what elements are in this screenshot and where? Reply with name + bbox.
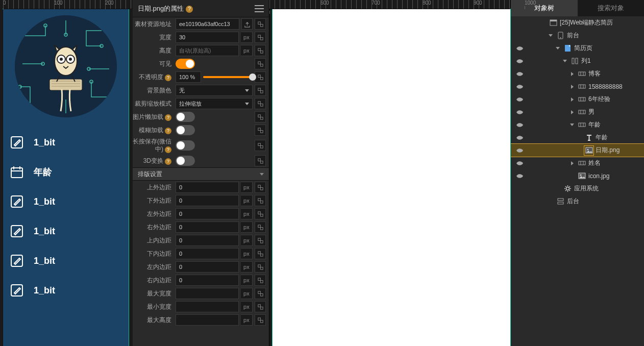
tree-node[interactable]: [25]Web端静态简历 (511, 16, 644, 29)
ref-button[interactable] (255, 111, 266, 122)
preview-row[interactable]: 年龄 (3, 157, 129, 187)
visibility-icon[interactable] (511, 83, 528, 90)
help-icon[interactable]: ? (165, 75, 171, 81)
visibility-icon[interactable] (511, 95, 528, 103)
unit-selector[interactable]: px (241, 301, 253, 312)
lazy-toggle[interactable] (176, 112, 195, 122)
ref-button[interactable] (255, 301, 266, 312)
tab-search-object[interactable]: 搜索对象 (578, 0, 645, 16)
tree-node[interactable]: icon.jpg (511, 169, 644, 182)
visibility-icon[interactable] (511, 44, 528, 52)
unit-selector[interactable]: px (241, 261, 253, 273)
white-page[interactable] (273, 9, 510, 346)
expand-arrow-icon[interactable] (569, 97, 575, 102)
visibility-icon[interactable] (511, 70, 528, 78)
tree-node[interactable]: 姓名 (511, 157, 644, 169)
tree-node[interactable]: 年龄 (511, 118, 644, 131)
unit-selector[interactable]: px (241, 195, 253, 206)
help-icon[interactable]: ? (165, 146, 171, 153)
layout-input[interactable] (176, 195, 239, 206)
visibility-icon[interactable] (511, 146, 528, 154)
expand-arrow-icon[interactable] (555, 47, 561, 50)
preview-row[interactable]: 1_bit (3, 276, 129, 305)
tree-node[interactable]: 男 (511, 106, 644, 118)
opacity-input[interactable] (176, 71, 201, 83)
avatar-image[interactable] (15, 15, 117, 117)
ref-button[interactable] (255, 235, 266, 246)
layout-input[interactable] (176, 221, 239, 233)
expand-arrow-icon[interactable] (562, 60, 568, 62)
scale-mode-select[interactable]: 拉伸缩放 (176, 98, 253, 109)
threed-toggle[interactable] (176, 156, 195, 166)
tree-node[interactable]: 后台 (511, 195, 644, 208)
layout-input[interactable] (176, 301, 239, 312)
width-input[interactable] (176, 32, 239, 43)
ref-button[interactable] (255, 85, 266, 96)
unit-selector[interactable]: px (241, 221, 253, 233)
ref-button[interactable] (255, 288, 266, 299)
ref-button[interactable] (255, 275, 266, 286)
ref-button[interactable] (255, 248, 266, 259)
visible-toggle[interactable] (176, 59, 195, 69)
longpress-toggle[interactable] (176, 140, 195, 151)
menu-icon[interactable] (255, 5, 264, 12)
preview-frame[interactable]: 1_bit年龄1_bit1_bit1_bit1_bit (3, 9, 129, 346)
ref-button[interactable] (255, 125, 266, 136)
layout-input[interactable] (176, 248, 239, 259)
ref-button[interactable] (255, 32, 266, 43)
layout-input[interactable] (176, 235, 239, 246)
layout-section-header[interactable]: 排版设置 (133, 167, 269, 181)
unit-selector[interactable]: px (241, 235, 253, 246)
tree-node[interactable]: 简历页 (511, 42, 644, 55)
ref-button[interactable] (255, 195, 266, 206)
visibility-icon[interactable] (511, 134, 528, 141)
visibility-icon[interactable] (511, 172, 528, 180)
ref-button[interactable] (255, 58, 266, 69)
layout-input[interactable] (176, 288, 239, 299)
layout-input[interactable] (176, 182, 239, 193)
tree-node[interactable]: 列1 (511, 55, 644, 67)
layout-input[interactable] (176, 261, 239, 273)
unit-selector[interactable]: px (241, 248, 253, 259)
ref-button[interactable] (255, 155, 266, 166)
width-unit[interactable]: px (241, 32, 253, 43)
opacity-slider[interactable] (203, 76, 253, 78)
tree-node[interactable]: 6年经验 (511, 93, 644, 106)
bgcolor-select[interactable]: 无 (176, 85, 253, 96)
visibility-icon[interactable] (511, 121, 528, 129)
help-icon[interactable]: ? (165, 158, 171, 165)
ref-button[interactable] (255, 182, 266, 193)
ref-button[interactable] (255, 45, 266, 56)
asset-url-input[interactable] (176, 18, 239, 30)
unit-selector[interactable]: px (241, 314, 253, 326)
layout-input[interactable] (176, 314, 239, 326)
tree-node[interactable]: 日期.png (511, 144, 644, 157)
visibility-icon[interactable] (511, 57, 528, 65)
ref-button[interactable] (255, 98, 266, 109)
blur-toggle[interactable] (176, 125, 195, 135)
layout-input[interactable] (176, 208, 239, 219)
expand-arrow-icon[interactable] (569, 72, 575, 76)
help-icon[interactable]: ? (165, 128, 171, 134)
preview-row[interactable]: 1_bit (3, 128, 129, 157)
ref-button[interactable] (255, 208, 266, 219)
ref-button[interactable] (255, 221, 266, 233)
expand-arrow-icon[interactable] (569, 161, 575, 165)
ref-button[interactable] (255, 261, 266, 273)
height-unit[interactable]: px (241, 45, 253, 56)
layout-input[interactable] (176, 275, 239, 286)
expand-arrow-icon[interactable] (569, 110, 575, 114)
unit-selector[interactable]: px (241, 208, 253, 219)
ref-button[interactable] (255, 18, 266, 30)
preview-row[interactable]: 1_bit (3, 216, 129, 246)
ref-button[interactable] (255, 71, 266, 83)
ref-button[interactable] (255, 140, 266, 151)
unit-selector[interactable]: px (241, 288, 253, 299)
expand-arrow-icon[interactable] (569, 123, 575, 126)
expand-arrow-icon[interactable] (569, 85, 575, 89)
upload-icon[interactable] (241, 18, 253, 30)
tree-node[interactable]: 年龄 (511, 131, 644, 144)
height-input[interactable] (176, 45, 239, 56)
help-icon[interactable]: ? (186, 6, 193, 13)
help-icon[interactable]: ? (165, 114, 171, 121)
